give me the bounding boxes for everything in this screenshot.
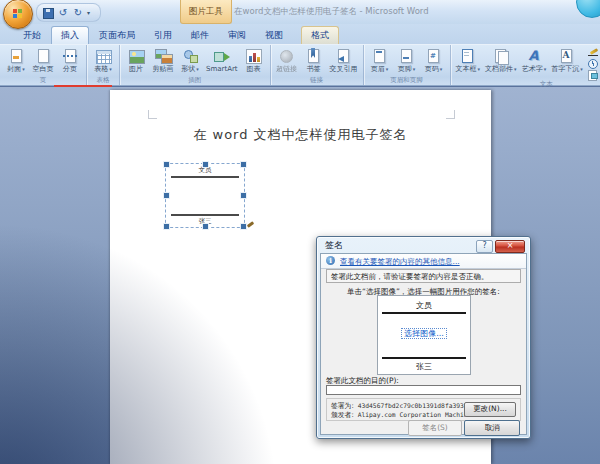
ribbon-button-文本框[interactable]: 文本框	[454, 47, 483, 74]
ribbon-button-label: 形状	[181, 65, 199, 73]
select-image-link[interactable]: 选择图像...	[401, 328, 447, 339]
title-bar: ↺ ↻ ▾ 图片工具 在word文档中怎样使用电子签名 - Microsoft …	[0, 0, 600, 25]
datetime-icon	[588, 59, 600, 69]
ribbon-button-label: 空白页	[33, 65, 54, 73]
ribbon-group-表格: 表格表格	[87, 45, 120, 85]
ribbon-button-label: SmartArt	[206, 65, 238, 73]
ribbon-button-页码[interactable]: 页码	[421, 47, 447, 74]
ribbon-button-书签[interactable]: 书签	[301, 47, 327, 74]
ribbon-button-label: 剪贴画	[153, 65, 174, 73]
ribbon-button-文档部件[interactable]: 文档部件	[483, 47, 519, 74]
purpose-input[interactable]	[326, 385, 521, 395]
ribbon-button-label: 表格	[94, 65, 112, 73]
table-icon	[95, 48, 112, 64]
tab-页面布局[interactable]: 页面布局	[90, 27, 144, 44]
more-info-link[interactable]: 查看有关要签署的内容的其他信息...	[340, 257, 460, 267]
tab-插入[interactable]: 插入	[51, 26, 89, 44]
ribbon-button-图片[interactable]: 图片	[123, 47, 149, 74]
annotation-underline	[54, 85, 112, 87]
cancel-button[interactable]: 取消	[464, 420, 520, 436]
change-button[interactable]: 更改(N)...	[464, 402, 516, 417]
ribbon-button-日期和时间[interactable]: 日期和时间	[586, 59, 600, 69]
window-title: 在word文档中怎样使用电子签名 - Microsoft Word	[234, 6, 429, 18]
signing-as-label: 签署为:	[331, 402, 354, 410]
ribbon-button-首字下沉[interactable]: 首字下沉	[549, 47, 585, 74]
quick-access-toolbar: ↺ ↻ ▾	[36, 3, 101, 22]
ribbon-button-页脚[interactable]: 页脚	[394, 47, 420, 74]
tab-视图[interactable]: 视图	[256, 27, 292, 44]
ribbon-button-label: 图表	[247, 65, 261, 73]
help-icon[interactable]: ?	[476, 240, 493, 253]
ribbon-group-页眉和页脚: 页眉页脚页码页眉和页脚	[364, 45, 451, 85]
clipart-icon	[155, 48, 172, 64]
ribbon-button-label: 分页	[63, 65, 77, 73]
ribbon-button-艺术字[interactable]: 艺术字	[520, 47, 549, 74]
certificate-box: 签署为:43d4567fbd2c79c0b1391d8fa3931ac4 颁发者…	[326, 398, 521, 421]
ribbon-group-页: 封面空白页分页页	[0, 45, 87, 85]
office-button[interactable]	[3, 0, 33, 29]
close-icon[interactable]: ×	[495, 240, 525, 253]
sign-button[interactable]: 签名(S)	[408, 420, 462, 436]
tab-bar: 开始插入页面布局引用邮件审阅视图格式	[0, 24, 600, 44]
ribbon-button-表格[interactable]: 表格	[90, 47, 116, 74]
hyperlink-icon	[278, 48, 295, 64]
pagebreak-icon	[62, 48, 79, 64]
ribbon-group-插图: 图片剪贴画形状SmartArt图表插图	[120, 45, 271, 85]
verify-message: 签署此文档前，请验证要签署的内容是否正确。	[326, 269, 521, 283]
tab-格式[interactable]: 格式	[301, 26, 339, 44]
ribbon-group-label: 页	[0, 76, 86, 85]
ribbon-button-label: 交叉引用	[330, 65, 358, 73]
issuer-label: 颁发者:	[331, 411, 354, 419]
ribbon-group-文本: 文本框文档部件艺术字首字下沉签名行日期和时间对象文本	[451, 45, 600, 85]
preview-name-label: 张三	[378, 361, 470, 372]
crossref-icon	[335, 48, 352, 64]
ribbon-button-label: 首字下沉	[551, 65, 583, 73]
undo-icon[interactable]: ↺	[57, 7, 69, 19]
textbox-icon	[459, 48, 476, 64]
preview-rule-top	[382, 312, 466, 314]
ribbon-group-链接: 超链接书签交叉引用链接	[271, 45, 364, 85]
office-logo-icon	[13, 9, 17, 13]
blankpage-icon	[35, 48, 52, 64]
info-icon: i	[326, 256, 335, 265]
redo-icon[interactable]: ↻	[72, 7, 84, 19]
document-area: 在 word 文档中怎样使用电子签名 文员 张三 签名 ? ×	[0, 87, 600, 464]
ribbon-button-label: 文本框	[456, 65, 481, 73]
ribbon-button-超链接[interactable]: 超链接	[274, 47, 300, 74]
save-icon[interactable]	[42, 7, 54, 19]
tab-审阅[interactable]: 审阅	[219, 27, 255, 44]
ribbon-button-签名行[interactable]: 签名行	[586, 48, 600, 58]
tab-引用[interactable]: 引用	[145, 27, 181, 44]
ribbon-button-label: 封面	[7, 65, 25, 73]
ribbon-button-label: 页眉	[371, 65, 389, 73]
qat-customize-dropdown-icon[interactable]: ▾	[87, 9, 95, 16]
quickparts-icon	[492, 48, 509, 64]
ribbon-group-label: 插图	[120, 76, 270, 85]
ribbon-button-label: 艺术字	[522, 65, 547, 73]
ribbon-button-label: 图片	[129, 65, 143, 73]
tab-邮件[interactable]: 邮件	[182, 27, 218, 44]
ribbon-button-交叉引用[interactable]: 交叉引用	[328, 47, 360, 74]
ribbon-button-label: 页脚	[398, 65, 416, 73]
ribbon: 封面空白页分页页表格表格图片剪贴画形状SmartArt图表插图超链接书签交叉引用…	[0, 44, 600, 86]
signature-preview-box: 文员 选择图像... 张三	[377, 295, 471, 375]
ribbon-button-图表[interactable]: 图表	[241, 47, 267, 74]
tab-开始[interactable]: 开始	[14, 27, 50, 44]
ribbon-button-label: 书签	[307, 65, 321, 73]
ribbon-button-对象[interactable]: 对象	[586, 70, 600, 80]
footer-icon	[398, 48, 415, 64]
ribbon-button-页眉[interactable]: 页眉	[367, 47, 393, 74]
dropcap-icon	[558, 48, 575, 64]
ribbon-button-空白页[interactable]: 空白页	[30, 47, 56, 74]
ribbon-button-分页[interactable]: 分页	[57, 47, 83, 74]
object-icon	[588, 70, 600, 80]
chart-icon	[245, 48, 262, 64]
picture-icon	[128, 48, 145, 64]
contextual-tool-label: 图片工具	[180, 0, 232, 24]
smartart-icon	[213, 48, 230, 64]
dialog-content: i 查看有关要签署的内容的其他信息... 签署此文档前，请验证要签署的内容是否正…	[320, 253, 527, 435]
ribbon-button-封面[interactable]: 封面	[3, 47, 29, 74]
ribbon-button-形状[interactable]: 形状	[177, 47, 203, 74]
ribbon-button-SmartArt[interactable]: SmartArt	[204, 47, 240, 74]
ribbon-button-剪贴画[interactable]: 剪贴画	[150, 47, 176, 74]
